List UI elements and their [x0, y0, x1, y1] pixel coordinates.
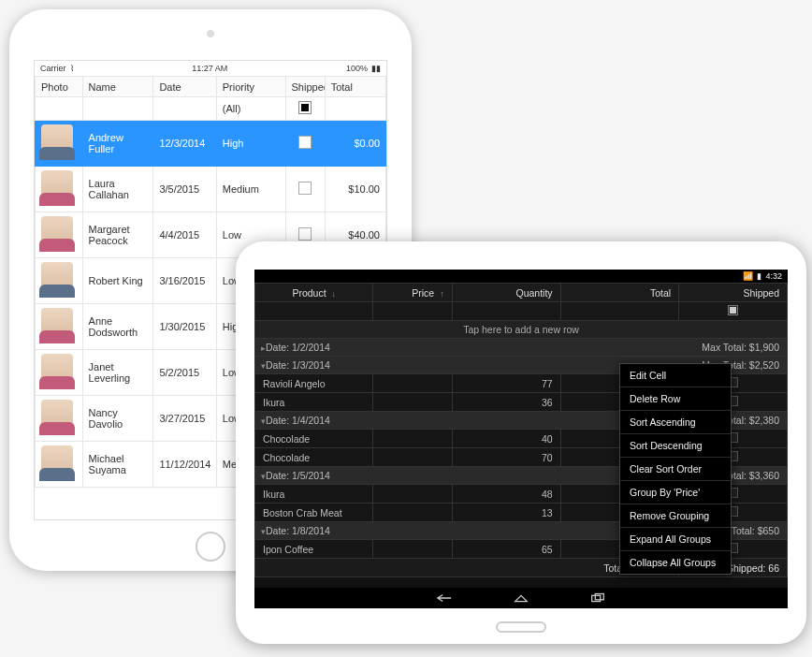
cell-price — [373, 540, 452, 559]
avatar — [41, 308, 73, 343]
col-price-label: Price — [412, 287, 434, 299]
cell-price — [373, 430, 452, 448]
filter-priority[interactable]: (All) — [216, 97, 285, 121]
cell-product: Ikura — [255, 485, 373, 504]
nav-back-button[interactable] — [434, 591, 455, 605]
chevron-down-icon — [261, 470, 266, 481]
chevron-right-icon — [261, 342, 266, 353]
cell-total: $0.00 — [325, 121, 385, 167]
cell-quantity: 65 — [452, 540, 560, 559]
android-screen: 📶 ▮ 4:32 Product↓ Price↑ Quantity Total … — [254, 270, 788, 608]
battery-icon: ▮▮ — [371, 64, 381, 73]
wifi-icon: ⌇ — [70, 64, 74, 73]
cell-product: Ipon Coffee — [255, 540, 373, 559]
menu-item[interactable]: Collapse All Groups — [620, 551, 731, 574]
menu-item[interactable]: Delete Row — [620, 387, 731, 411]
signal-icon: 📶 — [743, 271, 753, 281]
col-date[interactable]: Date — [153, 77, 216, 97]
avatar — [41, 445, 73, 481]
ios-status-bar: Carrier ⌇ 11:27 AM 100% ▮▮ — [35, 61, 386, 76]
menu-item[interactable]: Remove Grouping — [620, 504, 731, 528]
menu-item[interactable]: Sort Ascending — [620, 411, 731, 434]
shipped-checkbox[interactable] — [298, 136, 312, 149]
ios-filter-row[interactable]: (All) — [36, 97, 386, 121]
group-row[interactable]: Date: 1/2/2014Max Total: $1,900 — [255, 339, 788, 357]
menu-item[interactable]: Group By 'Price' — [620, 481, 731, 504]
context-menu[interactable]: Edit CellDelete RowSort AscendingSort De… — [619, 363, 732, 575]
cell-product: Chocolade — [255, 448, 373, 467]
add-row-label: Tap here to add a new row — [255, 321, 788, 339]
shipped-checkbox[interactable] — [298, 182, 312, 195]
avatar — [41, 354, 73, 389]
menu-item[interactable]: Sort Descending — [620, 434, 731, 458]
cell-product: Ravioli Angelo — [255, 374, 373, 393]
svg-rect-1 — [595, 594, 603, 600]
avatar — [41, 262, 73, 298]
menu-item[interactable]: Clear Sort Order — [620, 458, 731, 481]
android-device: 📶 ▮ 4:32 Product↓ Price↑ Quantity Total … — [236, 241, 806, 644]
sort-desc-icon: ↓ — [332, 289, 337, 299]
col-priority[interactable]: Priority — [216, 77, 285, 97]
cell-date: 3/5/2015 — [153, 167, 216, 212]
cell-product: Ikura — [255, 393, 373, 412]
col-price[interactable]: Price↑ — [373, 284, 452, 302]
android-home-pill[interactable] — [496, 621, 546, 633]
avatar — [41, 216, 73, 252]
chevron-down-icon — [261, 525, 266, 536]
filter-shipped-checkbox[interactable] — [728, 305, 738, 315]
nav-recent-button[interactable] — [587, 591, 608, 605]
chevron-down-icon — [261, 359, 266, 371]
cell-price — [373, 485, 452, 504]
cell-quantity: 13 — [452, 504, 560, 522]
col-product[interactable]: Product↓ — [255, 284, 373, 302]
status-time: 4:32 — [765, 271, 782, 281]
chevron-down-icon — [261, 415, 266, 426]
table-row[interactable]: Andrew Fuller12/3/2014High$0.00 — [36, 121, 386, 167]
col-name[interactable]: Name — [82, 77, 153, 97]
cell-price — [373, 448, 452, 467]
cell-name: Anne Dodsworth — [82, 304, 153, 350]
cell-name: Nancy Davolio — [82, 396, 153, 442]
cell-price — [373, 393, 452, 412]
menu-item[interactable]: Expand All Groups — [620, 528, 731, 551]
cell-name: Andrew Fuller — [82, 121, 153, 167]
carrier-label: Carrier — [40, 64, 66, 73]
col-shipped[interactable]: Shipped — [285, 77, 325, 97]
shipped-checkbox[interactable] — [298, 227, 312, 241]
avatar — [41, 124, 73, 160]
cell-quantity: 70 — [452, 448, 560, 467]
cell-price — [373, 504, 452, 522]
ipad-home-button[interactable] — [196, 532, 225, 562]
android-filter-row[interactable] — [255, 302, 788, 321]
cell-date: 11/12/2014 — [153, 442, 216, 488]
cell-name: Michael Suyama — [82, 442, 153, 488]
avatar — [41, 170, 73, 206]
col-total[interactable]: Total — [325, 77, 385, 97]
cell-priority: Medium — [216, 167, 285, 212]
cell-price — [373, 374, 452, 393]
col-shipped[interactable]: Shipped — [679, 284, 788, 302]
battery-label: 100% — [346, 64, 368, 73]
col-quantity[interactable]: Quantity — [452, 284, 560, 302]
cell-date: 4/4/2015 — [153, 212, 216, 258]
android-header-row: Product↓ Price↑ Quantity Total Shipped — [255, 284, 788, 302]
ios-header-row: Photo Name Date Priority Shipped Total — [36, 77, 386, 97]
menu-item[interactable]: Edit Cell — [620, 364, 731, 387]
col-total[interactable]: Total — [560, 284, 678, 302]
cell-date: 12/3/2014 — [153, 121, 216, 167]
nav-home-button[interactable] — [511, 591, 531, 605]
cell-quantity: 40 — [452, 430, 560, 448]
android-status-bar: 📶 ▮ 4:32 — [254, 270, 788, 283]
cell-priority: High — [216, 121, 285, 167]
add-new-row[interactable]: Tap here to add a new row — [255, 321, 788, 339]
col-photo[interactable]: Photo — [36, 77, 83, 97]
table-row[interactable]: Laura Callahan3/5/2015Medium$10.00 — [36, 167, 386, 212]
cell-name: Laura Callahan — [82, 167, 153, 212]
summary-total: Total: $144,032 — [255, 559, 679, 577]
cell-date: 5/2/2015 — [153, 350, 216, 396]
filter-shipped-checkbox[interactable] — [298, 101, 312, 114]
android-nav-bar — [254, 588, 788, 608]
ipad-camera — [207, 30, 214, 37]
cell-date: 1/30/2015 — [153, 304, 216, 350]
cell-product: Chocolade — [255, 430, 373, 448]
